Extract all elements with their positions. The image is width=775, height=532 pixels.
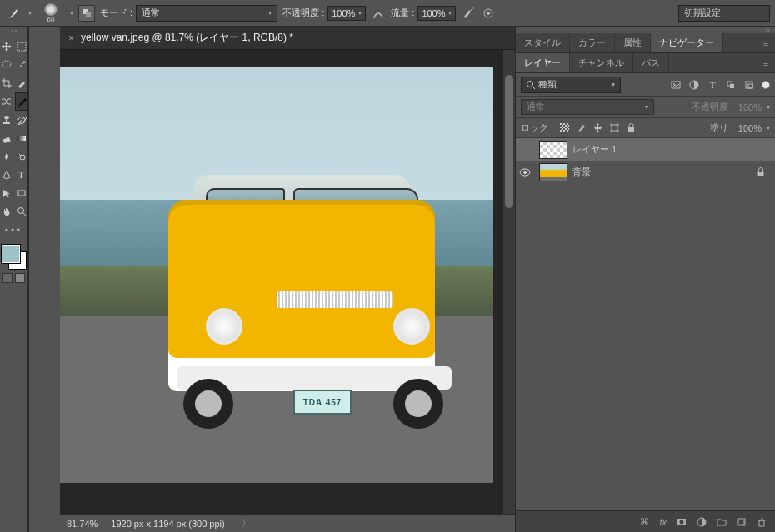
brush-tool-icon[interactable] (16, 93, 28, 110)
blend-mode-select[interactable]: 通常 ▾ (136, 5, 278, 22)
pressure-size-icon[interactable] (481, 6, 496, 21)
zoom-tool-icon[interactable] (16, 203, 28, 220)
edit-toolbar-icon[interactable]: ••• (5, 225, 23, 236)
crop-tool-icon[interactable] (1, 75, 12, 92)
layer-thumbnail[interactable] (539, 163, 568, 181)
panel-menu-icon[interactable]: ≡ (757, 33, 775, 52)
preset-value: 初期設定 (684, 7, 721, 19)
path-select-tool-icon[interactable] (1, 185, 12, 201)
toolbox-grip[interactable] (2, 30, 26, 37)
chevron-down-icon[interactable]: ▾ (767, 103, 770, 111)
lock-position-icon[interactable] (592, 122, 603, 134)
lock-all-icon[interactable] (625, 122, 637, 134)
chevron-down-icon: ▾ (358, 9, 362, 17)
panel-tab[interactable]: チャンネル (570, 53, 633, 72)
panel-tab[interactable]: 属性 (615, 33, 651, 52)
lock-transparency-icon[interactable] (558, 122, 570, 134)
dodge-tool-icon[interactable] (16, 148, 28, 165)
brush-panel-toggle-icon[interactable] (78, 5, 95, 22)
document-tabbar: × yellow van.jpeg @ 81.7% (レイヤー 1, RGB/8… (60, 27, 515, 50)
filter-pixel-icon[interactable] (670, 79, 682, 91)
stamp-tool-icon[interactable] (1, 112, 12, 128)
airbrush-icon[interactable] (461, 6, 476, 21)
link-layers-icon[interactable]: ⌘ (640, 516, 649, 527)
magic-wand-tool-icon[interactable] (16, 57, 28, 73)
filter-type-icon[interactable]: T (707, 79, 718, 91)
canvas-area[interactable]: TDA 457 ☜ (60, 50, 515, 514)
layer-name[interactable]: レイヤー 1 (572, 143, 617, 156)
svg-point-17 (528, 81, 533, 87)
panel-tab[interactable]: パス (633, 53, 669, 72)
hand-tool-icon[interactable] (1, 203, 12, 220)
layer-name[interactable]: 背景 (572, 166, 591, 178)
lasso-tool-icon[interactable] (1, 57, 12, 73)
panel-menu-icon[interactable]: ≡ (757, 53, 775, 72)
document-dimensions[interactable]: 1920 px x 1194 px (300 ppi) (111, 519, 224, 529)
vertical-scrollbar[interactable] (503, 50, 515, 514)
delete-layer-icon[interactable] (757, 517, 767, 527)
history-brush-tool-icon[interactable] (16, 112, 28, 128)
layer-thumbnail[interactable] (539, 141, 568, 159)
quickmask-toggle[interactable] (2, 273, 25, 283)
lock-icon (757, 167, 765, 177)
document-tab-title[interactable]: yellow van.jpeg @ 81.7% (レイヤー 1, RGB/8) … (81, 31, 293, 45)
color-wells[interactable] (2, 245, 27, 270)
lock-artboard-icon[interactable] (608, 122, 620, 134)
foreground-color-swatch[interactable] (2, 245, 20, 263)
rectangle-tool-icon[interactable] (16, 185, 28, 201)
filter-smart-icon[interactable] (743, 79, 755, 91)
gradient-tool-icon[interactable] (16, 130, 28, 147)
add-mask-icon[interactable] (677, 517, 687, 527)
pen-tool-icon[interactable] (1, 167, 12, 183)
layer-effects-icon[interactable]: fx (659, 517, 667, 527)
close-tab-icon[interactable]: × (68, 32, 74, 44)
layer-row[interactable]: レイヤー 1 (516, 138, 775, 161)
svg-rect-13 (18, 136, 26, 141)
opacity-input[interactable]: 100% ▾ (328, 6, 366, 21)
brush-preset-picker[interactable]: 60 (37, 3, 65, 23)
layers-panel-footer: ⌘ fx (516, 510, 775, 532)
svg-rect-25 (560, 123, 569, 132)
svg-rect-1 (86, 12, 91, 17)
new-adjustment-icon[interactable] (697, 517, 707, 527)
layer-opacity-label: 不透明度 : (692, 101, 733, 113)
chevron-down-icon[interactable]: ▾ (767, 124, 770, 132)
zoom-level[interactable]: 81.74% (67, 519, 98, 529)
panel-tabs-top: スタイルカラー属性ナビゲーター≡ (516, 33, 775, 53)
layer-row[interactable]: 背景 (516, 161, 775, 183)
preset-select[interactable]: 初期設定 (678, 5, 770, 22)
layer-opacity-value[interactable]: 100% (738, 102, 762, 112)
type-tool-icon[interactable]: T (16, 167, 28, 183)
pressure-opacity-icon[interactable] (371, 6, 386, 21)
filter-toggle-switch[interactable] (762, 81, 770, 89)
filter-adjust-icon[interactable] (688, 79, 700, 91)
lock-paint-icon[interactable] (575, 122, 587, 134)
tool-indicator-brush[interactable] (5, 4, 23, 22)
layer-blend-select[interactable]: 通常 ▾ (521, 99, 654, 115)
status-bar-chevron-icon[interactable]: 〉 (242, 517, 251, 530)
panel-tab[interactable]: スタイル (516, 33, 570, 52)
fill-value[interactable]: 100% (738, 123, 762, 133)
chevron-down-icon[interactable]: ▾ (70, 9, 73, 17)
layer-filter-select[interactable]: 種類 ▾ (521, 77, 621, 93)
visibility-toggle-icon[interactable] (519, 168, 534, 177)
eraser-tool-icon[interactable] (1, 130, 12, 147)
eyedropper-tool-icon[interactable] (16, 75, 28, 92)
new-layer-icon[interactable] (737, 517, 747, 527)
canvas[interactable]: TDA 457 (60, 67, 493, 483)
panel-tab[interactable]: ナビゲーター (651, 33, 723, 52)
panel-tab[interactable]: レイヤー (516, 53, 570, 72)
filter-shape-icon[interactable] (725, 79, 737, 91)
panel-grip[interactable]: ›› (516, 27, 775, 33)
svg-point-3 (471, 9, 472, 11)
chevron-down-icon[interactable]: ▾ (28, 9, 32, 17)
scrollbar-thumb[interactable] (505, 75, 513, 208)
flow-input[interactable]: 100% ▾ (418, 6, 456, 21)
panel-tab[interactable]: カラー (570, 33, 615, 52)
shuffle-tool-icon[interactable] (1, 93, 12, 110)
new-group-icon[interactable] (717, 517, 727, 527)
move-tool-icon[interactable] (1, 38, 12, 55)
smudge-tool-icon[interactable] (1, 148, 12, 165)
chevron-down-icon: ▾ (448, 9, 452, 17)
marquee-tool-icon[interactable] (16, 38, 28, 55)
